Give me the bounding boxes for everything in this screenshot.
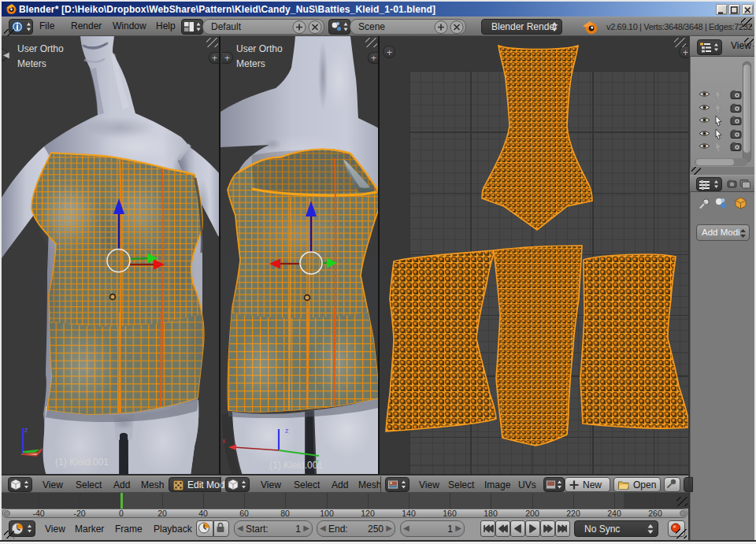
svg-text:User Ortho: User Ortho: [236, 43, 283, 54]
svg-text:Meters: Meters: [17, 58, 46, 69]
svg-text:(1) Kleid.001: (1) Kleid.001: [269, 460, 323, 471]
svg-text:z: z: [24, 426, 28, 434]
svg-text:User Ortho: User Ortho: [17, 43, 64, 54]
svg-text:z: z: [285, 427, 289, 435]
svg-text:x: x: [222, 437, 226, 445]
svg-text:(1) Kleid.001: (1) Kleid.001: [55, 457, 109, 468]
svg-text:Meters: Meters: [236, 58, 265, 69]
